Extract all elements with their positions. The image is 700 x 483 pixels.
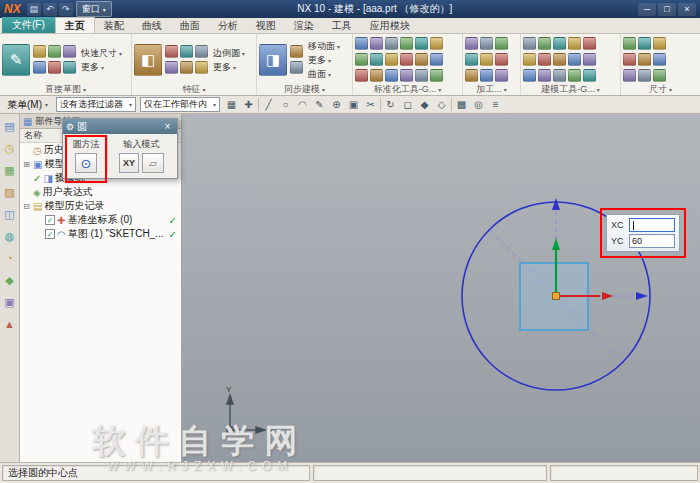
redo-icon[interactable]: ↷: [59, 3, 73, 16]
reuse-library-icon[interactable]: ▨: [2, 185, 17, 200]
plane-icon[interactable]: ▣: [346, 97, 361, 112]
shade-icon[interactable]: ◆: [417, 97, 432, 112]
coordinate-input-mode-button[interactable]: ▱: [142, 153, 164, 173]
ribbon-icon[interactable]: [480, 37, 493, 50]
ribbon-icon[interactable]: [180, 61, 193, 74]
ribbon-icon[interactable]: [653, 53, 666, 66]
trim-icon[interactable]: ✂: [363, 97, 378, 112]
datum-icon[interactable]: ⊕: [329, 97, 344, 112]
ribbon-icon[interactable]: [538, 53, 551, 66]
ribbon-icon[interactable]: [538, 69, 551, 82]
part-navigator-icon[interactable]: ▦: [2, 163, 17, 178]
move-icon[interactable]: ▩: [454, 97, 469, 112]
ribbon-button-快速尺寸[interactable]: 快速尺寸▾: [79, 47, 124, 60]
wireframe-icon[interactable]: ◇: [434, 97, 449, 112]
ribbon-button-更多[interactable]: 更多▾: [79, 61, 124, 74]
undo-icon[interactable]: ↶: [43, 3, 57, 16]
ribbon-icon[interactable]: [400, 69, 413, 82]
ribbon-icon[interactable]: [430, 53, 443, 66]
ribbon-icon[interactable]: [465, 37, 478, 50]
ribbon-icon[interactable]: [638, 37, 651, 50]
move-face-icon[interactable]: ◨: [259, 44, 287, 76]
sketch-origin-handle[interactable]: [553, 293, 560, 300]
window-menu-button[interactable]: 窗口 ▾: [76, 1, 112, 17]
ribbon-icon[interactable]: [553, 69, 566, 82]
process-studio-icon[interactable]: ◆: [2, 273, 17, 288]
ribbon-icon[interactable]: [63, 61, 76, 74]
ribbon-icon[interactable]: [415, 53, 428, 66]
hd3d-tool-icon[interactable]: ◫: [2, 207, 17, 222]
arc-icon[interactable]: ◠: [295, 97, 310, 112]
ribbon-icon[interactable]: [370, 37, 383, 50]
menu-button[interactable]: 菜单(M) ▾: [3, 97, 52, 113]
ribbon-icon[interactable]: [415, 69, 428, 82]
tab-视图[interactable]: 视图: [247, 18, 285, 33]
graphics-viewport[interactable]: X Y XC YC 60: [182, 114, 700, 462]
ribbon-icon[interactable]: [583, 69, 596, 82]
minimize-button[interactable]: ─: [638, 3, 656, 16]
center-radius-circle-button[interactable]: ⊙: [75, 153, 97, 173]
ribbon-icon[interactable]: [653, 69, 666, 82]
ribbon-button-曲面[interactable]: 曲面▾: [306, 68, 342, 81]
sketch-pencil-icon[interactable]: ✎: [312, 97, 327, 112]
ribbon-icon[interactable]: [385, 53, 398, 66]
tab-分析[interactable]: 分析: [209, 18, 247, 33]
tree-item[interactable]: ✓◠草图 (1) "SKETCH_...✓: [20, 227, 181, 241]
extrude-icon[interactable]: ◧: [134, 44, 162, 76]
ribbon-icon[interactable]: [355, 53, 368, 66]
assembly-navigator-icon[interactable]: ▤: [2, 119, 17, 134]
ribbon-icon[interactable]: [465, 53, 478, 66]
tab-渲染[interactable]: 渲染: [285, 18, 323, 33]
ribbon-icon[interactable]: [430, 37, 443, 50]
item-checkbox[interactable]: ✓: [45, 215, 55, 225]
ribbon-icon[interactable]: [370, 69, 383, 82]
system-materials-icon[interactable]: ▲: [2, 317, 17, 332]
tree-item[interactable]: ⊟▤模型历史记录: [20, 199, 181, 213]
close-icon[interactable]: ×: [161, 121, 174, 132]
ribbon-icon[interactable]: [553, 37, 566, 50]
ribbon-icon[interactable]: [48, 61, 61, 74]
ribbon-icon[interactable]: [165, 61, 178, 74]
xy-input-mode-button[interactable]: XY: [119, 153, 139, 173]
ribbon-icon[interactable]: [638, 53, 651, 66]
ribbon-icon[interactable]: [653, 37, 666, 50]
ribbon-icon[interactable]: [430, 69, 443, 82]
ribbon-icon[interactable]: [415, 37, 428, 50]
ribbon-icon[interactable]: [48, 45, 61, 58]
ribbon-icon[interactable]: [623, 37, 636, 50]
ribbon-icon[interactable]: [523, 53, 536, 66]
ribbon-button-边倒圆[interactable]: 边倒圆▾: [211, 47, 247, 60]
tree-item[interactable]: ◈用户表达式: [20, 185, 181, 199]
ribbon-icon[interactable]: [400, 37, 413, 50]
ribbon-icon[interactable]: [538, 37, 551, 50]
snap-grid-icon[interactable]: ▦: [224, 97, 239, 112]
tab-工具[interactable]: 工具: [323, 18, 361, 33]
tab-主页[interactable]: 主页: [55, 17, 95, 33]
selection-filter-select[interactable]: 没有选择过滤器 ▾: [56, 97, 136, 112]
expander-icon[interactable]: ⊞: [22, 160, 31, 169]
ribbon-icon[interactable]: [568, 37, 581, 50]
tab-应用模块[interactable]: 应用模块: [361, 18, 419, 33]
ribbon-icon[interactable]: [195, 45, 208, 58]
ribbon-icon[interactable]: [180, 45, 193, 58]
orbit-icon[interactable]: ↻: [383, 97, 398, 112]
zoom-icon[interactable]: ◎: [471, 97, 486, 112]
ribbon-icon[interactable]: [623, 69, 636, 82]
tab-曲线[interactable]: 曲线: [133, 18, 171, 33]
fit-view-icon[interactable]: ◻: [400, 97, 415, 112]
tab-file[interactable]: 文件(F): [2, 17, 55, 33]
item-checkbox[interactable]: ✓: [45, 229, 55, 239]
ribbon-icon[interactable]: [523, 37, 536, 50]
ribbon-icon[interactable]: [523, 69, 536, 82]
ribbon-icon[interactable]: [495, 69, 508, 82]
tab-装配[interactable]: 装配: [95, 18, 133, 33]
constraint-navigator-icon[interactable]: ◷: [2, 141, 17, 156]
line-icon[interactable]: ╱: [261, 97, 276, 112]
ribbon-icon[interactable]: [400, 53, 413, 66]
ribbon-icon[interactable]: [355, 69, 368, 82]
ribbon-icon[interactable]: [623, 53, 636, 66]
ribbon-button-更多[interactable]: 更多▾: [306, 54, 342, 67]
ribbon-icon[interactable]: [495, 53, 508, 66]
ribbon-icon[interactable]: [290, 61, 303, 74]
sketch-icon[interactable]: ✎: [2, 44, 30, 76]
